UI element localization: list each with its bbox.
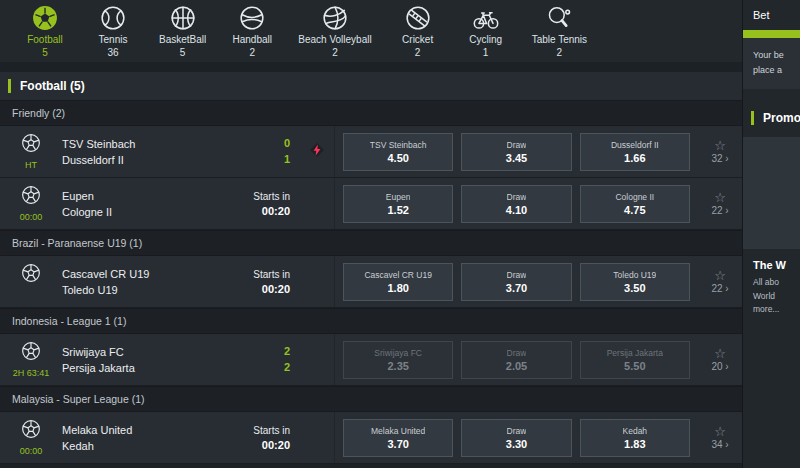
favorite-star-icon[interactable]: ☆ bbox=[714, 347, 726, 360]
nav-sport-football[interactable]: Football 5 bbox=[16, 5, 74, 58]
home-team: Cascavel CR U19 bbox=[62, 268, 222, 280]
match-row: 00:00 Melaka United Kedah Starts in 00:2… bbox=[0, 412, 742, 464]
accent-bar bbox=[8, 79, 11, 93]
more-markets[interactable]: ☆ 32 › bbox=[698, 139, 742, 164]
odds-value: 1.80 bbox=[387, 282, 408, 294]
odds-label: Toledo U19 bbox=[613, 270, 656, 280]
odds-label: TSV Steinbach bbox=[370, 140, 427, 150]
soccer-ball-icon bbox=[21, 185, 41, 209]
home-team: Sriwijaya FC bbox=[62, 346, 222, 358]
odds-label: Cologne II bbox=[615, 192, 654, 202]
soccer-ball-icon bbox=[21, 133, 41, 157]
odds-value: 3.30 bbox=[506, 438, 527, 450]
match-teams[interactable]: Sriwijaya FC Persija Jakarta bbox=[62, 346, 222, 374]
odds-label: Draw bbox=[507, 426, 527, 436]
sport-count: 2 bbox=[332, 47, 338, 58]
nav-sport-handball[interactable]: Handball 2 bbox=[223, 5, 281, 58]
nav-sport-basketball[interactable]: BasketBall 5 bbox=[152, 5, 213, 58]
nav-sport-cricket[interactable]: Cricket 2 bbox=[389, 5, 447, 58]
home-score: 2 bbox=[284, 345, 290, 358]
more-markets[interactable]: ☆ 20 › bbox=[698, 347, 742, 372]
match-teams[interactable]: Cascavel CR U19 Toledo U19 bbox=[62, 268, 222, 296]
main-column: Football 5 Tennis 36 BasketBall 5 bbox=[0, 0, 742, 468]
section-header-football: Football (5) bbox=[0, 72, 742, 100]
odds-button-home[interactable]: Melaka United 3.70 bbox=[343, 419, 453, 457]
nav-sport-tennis[interactable]: Tennis 36 bbox=[84, 5, 142, 58]
odds-button-away[interactable]: Toledo U19 3.50 bbox=[580, 263, 690, 301]
sport-label: Football bbox=[27, 34, 63, 45]
odds-button-away[interactable]: Kedah 1.83 bbox=[580, 419, 690, 457]
soccer-ball-icon bbox=[21, 419, 41, 443]
odds-value: 2.05 bbox=[506, 360, 527, 372]
odds-label: Draw bbox=[507, 192, 527, 202]
promo-card[interactable]: The W All abo World more... bbox=[743, 137, 800, 317]
nav-sport-cycling[interactable]: Cycling 1 bbox=[457, 5, 515, 58]
app: Football 5 Tennis 36 BasketBall 5 bbox=[0, 0, 800, 468]
betslip-empty-message: Your be place a bbox=[743, 38, 800, 89]
odds-button-home[interactable]: Cascavel CR U19 1.80 bbox=[343, 263, 453, 301]
odds-group: Melaka United 3.70 Draw 3.30 Kedah 1.83 bbox=[334, 412, 698, 463]
home-team: Eupen bbox=[62, 190, 222, 202]
match-start-time: Starts in 00:20 bbox=[222, 269, 300, 295]
match-score: 0 1 bbox=[222, 137, 300, 166]
sport-label: Tennis bbox=[99, 34, 128, 45]
favorite-star-icon[interactable]: ☆ bbox=[714, 269, 726, 282]
odds-button-draw[interactable]: Draw 3.30 bbox=[461, 419, 571, 457]
odds-button-draw[interactable]: Draw 3.70 bbox=[461, 263, 571, 301]
basketball-icon bbox=[170, 5, 196, 32]
nav-sport-table-tennis[interactable]: Table Tennis 2 bbox=[525, 5, 594, 58]
odds-group: TSV Steinbach 4.50 Draw 3.45 Dusseldorf … bbox=[334, 126, 698, 177]
favorite-star-icon[interactable]: ☆ bbox=[714, 139, 726, 152]
favorite-star-icon[interactable]: ☆ bbox=[714, 425, 726, 438]
markets-count: 22 bbox=[711, 283, 722, 294]
live-bolt-icon bbox=[308, 141, 326, 163]
home-score: 0 bbox=[284, 137, 290, 150]
home-team: Melaka United bbox=[62, 424, 222, 436]
sport-label: BasketBall bbox=[159, 34, 206, 45]
betslip-tab[interactable]: Bet bbox=[753, 9, 800, 21]
odds-group: Sriwijaya FC 2.35 Draw 2.05 Persija Jaka… bbox=[334, 334, 698, 385]
match-teams[interactable]: Eupen Cologne II bbox=[62, 190, 222, 218]
live-indicator-cell bbox=[300, 141, 334, 163]
football-icon bbox=[32, 5, 58, 32]
match-teams[interactable]: Melaka United Kedah bbox=[62, 424, 222, 452]
odds-button-home[interactable]: TSV Steinbach 4.50 bbox=[343, 133, 453, 171]
more-markets[interactable]: ☆ 22 › bbox=[698, 191, 742, 216]
favorite-star-icon[interactable]: ☆ bbox=[714, 191, 726, 204]
odds-button-draw: Draw 2.05 bbox=[461, 341, 571, 379]
league-header-friendly[interactable]: Friendly (2) bbox=[0, 100, 742, 126]
accent-bar bbox=[751, 111, 754, 125]
league-header-malaysia-super-league[interactable]: Malaysia - Super League (1) bbox=[0, 386, 742, 412]
odds-button-draw[interactable]: Draw 4.10 bbox=[461, 185, 571, 223]
match-teams[interactable]: TSV Steinbach Dusseldorf II bbox=[62, 138, 222, 166]
cricket-icon bbox=[405, 5, 431, 32]
odds-group: Cascavel CR U19 1.80 Draw 3.70 Toledo U1… bbox=[334, 256, 698, 307]
home-team: TSV Steinbach bbox=[62, 138, 222, 150]
match-score: 2 2 bbox=[222, 345, 300, 374]
odds-label: Kedah bbox=[623, 426, 648, 436]
odds-label: Sriwijaya FC bbox=[374, 348, 422, 358]
league-header-brazil-paranaense-u19[interactable]: Brazil - Paranaense U19 (1) bbox=[0, 230, 742, 256]
odds-group: Eupen 1.52 Draw 4.10 Cologne II 4.75 bbox=[334, 178, 698, 229]
match-sport-cell bbox=[0, 263, 62, 300]
league-title: Indonesia - League 1 (1) bbox=[12, 315, 126, 327]
odds-button-home[interactable]: Eupen 1.52 bbox=[343, 185, 453, 223]
away-team: Kedah bbox=[62, 440, 222, 452]
odds-button-draw[interactable]: Draw 3.45 bbox=[461, 133, 571, 171]
odds-button-away[interactable]: Cologne II 4.75 bbox=[580, 185, 690, 223]
odds-label: Eupen bbox=[386, 192, 411, 202]
odds-value: 4.10 bbox=[506, 204, 527, 216]
sport-count: 36 bbox=[107, 47, 118, 58]
handball-icon bbox=[239, 5, 265, 32]
nav-sport-beach-volleyball[interactable]: Beach Volleyball 2 bbox=[291, 5, 378, 58]
odds-button-away[interactable]: Dusseldorf II 1.66 bbox=[580, 133, 690, 171]
section-title: Football (5) bbox=[20, 79, 85, 93]
more-markets[interactable]: ☆ 22 › bbox=[698, 269, 742, 294]
promo-card-title: The W bbox=[753, 259, 800, 271]
more-markets[interactable]: ☆ 34 › bbox=[698, 425, 742, 450]
league-header-indonesia-league-1[interactable]: Indonesia - League 1 (1) bbox=[0, 308, 742, 334]
league-title: Malaysia - Super League (1) bbox=[12, 393, 145, 405]
chevron-right-icon: › bbox=[725, 283, 728, 294]
chevron-right-icon: › bbox=[725, 361, 728, 372]
odds-value: 3.70 bbox=[387, 438, 408, 450]
